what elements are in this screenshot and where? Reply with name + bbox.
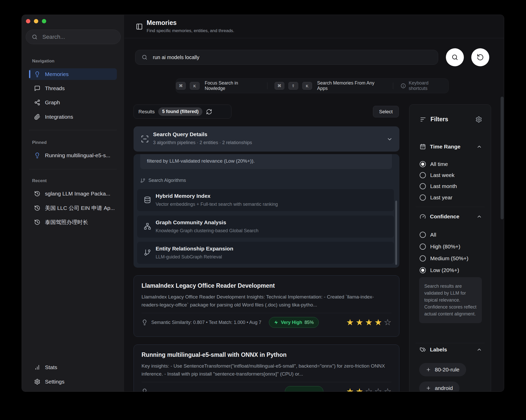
zoom-window-button[interactable] [42, 19, 46, 23]
star-empty-icon[interactable]: ☆ [374, 386, 382, 392]
algorithm-row-entity-relationship-expansion[interactable]: Entity Relationship Expansion LLM-guided… [137, 242, 394, 264]
algorithm-name: Hybrid Memory Index [156, 193, 211, 199]
star-rating[interactable]: ★★☆☆☆ [346, 386, 391, 392]
sidebar-item-settings[interactable]: Settings [29, 376, 117, 387]
result-meta: Semantic Similarity: 0.807 • Text Match:… [151, 320, 261, 325]
active-indicator [29, 70, 30, 78]
filter-lines-icon [420, 116, 426, 123]
sidebar-item-stats[interactable]: Stats [29, 361, 117, 373]
keyboard-shortcuts-bar: ⌘ K Focus Search in Nowledge ⌘ ⇧ K Searc… [176, 78, 449, 93]
minimize-window-button[interactable] [34, 19, 38, 23]
confidence-option-all[interactable]: All [420, 230, 436, 240]
calendar-icon [420, 144, 426, 150]
plus-icon [426, 386, 431, 391]
lightbulb-icon [142, 388, 148, 392]
command-key: ⌘ [275, 82, 284, 90]
result-card[interactable]: LlamaIndex Legacy Office Reader Developm… [134, 275, 399, 337]
divider [142, 313, 391, 313]
star-filled-icon[interactable]: ★ [346, 386, 354, 392]
results-summary: Results 5 found (filtered) [134, 105, 231, 119]
star-filled-icon[interactable]: ★ [346, 317, 354, 328]
page-header: Memories Find specific memories, entitie… [125, 15, 504, 38]
time-range-option-last-week[interactable]: Last week [420, 170, 455, 180]
search-algorithms-label: Search Algorithms [140, 178, 186, 183]
relevance-note: filtered by LLM-validated relevance (Low… [140, 154, 392, 169]
confidence-option-low[interactable]: Low (20%+) [420, 265, 459, 275]
recent-item-label: 泰国驾照办理时长 [45, 219, 88, 226]
result-title: LlamaIndex Legacy Office Reader Developm… [142, 282, 391, 289]
label-tag-android[interactable]: android [419, 381, 459, 392]
gear-icon[interactable] [475, 116, 482, 123]
time-range-option-last-year[interactable]: Last year [420, 193, 452, 202]
close-window-button[interactable] [26, 19, 30, 23]
recent-item[interactable]: 美国 LLC 公司 EIN 申请 Ap... [29, 202, 117, 214]
time-range-option-last-month[interactable]: Last month [420, 181, 457, 191]
result-title: Running multilingual-e5-small with ONNX … [142, 351, 391, 358]
lightbulb-icon [34, 152, 40, 158]
recent-item[interactable]: 泰国驾照办理时长 [29, 216, 117, 228]
algorithm-description: Knowledge Graph clustering-based Global … [156, 228, 258, 234]
zap-icon [274, 320, 278, 325]
star-filled-icon[interactable]: ★ [365, 317, 373, 328]
time-range-section-header[interactable]: Time Range [420, 144, 482, 150]
radio-unselected [420, 183, 426, 189]
history-icon [34, 219, 40, 225]
label-tag-80-20-rule[interactable]: 80-20-rule [419, 363, 466, 376]
confidence-section-header[interactable]: Confidence [420, 213, 482, 220]
star-filled-icon[interactable]: ★ [356, 317, 363, 328]
sidebar-item-label: Settings [45, 379, 64, 385]
confidence-label: Confidence [430, 213, 459, 220]
results-count-badge: 5 found (filtered) [158, 107, 202, 116]
sidebar-item-graph[interactable]: Graph [29, 97, 117, 108]
sidebar-item-label: Graph [45, 99, 60, 106]
algorithm-row-graph-community-analysis[interactable]: Graph Community Analysis Knowledge Graph… [137, 216, 394, 238]
time-range-option-all-time[interactable]: All time [420, 159, 448, 169]
window-scrollbar-thumb[interactable] [501, 97, 504, 219]
algorithm-row-hybrid-memory-index[interactable]: Hybrid Memory Index Vector embeddings + … [137, 189, 394, 211]
recent-item-label: sglang LLM Image Packa... [45, 191, 110, 197]
sidebar-item-threads[interactable]: Threads [29, 82, 117, 94]
plus-icon [426, 367, 431, 372]
shortcut-label: Search Memories From Any Apps [317, 80, 386, 91]
recent-item-label: 美国 LLC 公司 EIN 申请 Ap... [45, 204, 115, 212]
memories-search-input[interactable] [152, 54, 432, 61]
star-empty-icon[interactable]: ☆ [384, 386, 391, 392]
search-submit-button[interactable] [446, 48, 464, 66]
gear-icon [34, 379, 40, 385]
time-range-label: Time Range [430, 144, 461, 150]
history-icon [34, 191, 40, 197]
result-snippet: Key insights: - Use SentenceTransformer(… [142, 362, 391, 378]
search-query-details-header[interactable]: Search Query Details 3 algorithm pipelin… [134, 126, 399, 152]
algorithm-description: LLM-guided SubGraph Retrieval [156, 254, 222, 260]
panel-scrollbar-thumb[interactable] [395, 201, 397, 265]
star-empty-icon[interactable]: ☆ [365, 386, 373, 392]
algorithm-description: Vector embeddings + Full-text search wit… [156, 202, 278, 207]
reset-search-button[interactable] [471, 48, 489, 66]
panel-left-icon[interactable] [136, 23, 143, 30]
refresh-icon[interactable] [206, 109, 212, 115]
star-rating[interactable]: ★★★★☆ [346, 317, 391, 328]
chevron-down-icon[interactable] [387, 136, 393, 142]
sidebar-item-memories[interactable]: Memories [29, 68, 117, 80]
star-empty-icon[interactable]: ☆ [384, 317, 391, 328]
shift-key: ⇧ [288, 82, 298, 90]
filters-panel: Filters Time Range All time [409, 104, 491, 392]
select-button[interactable]: Select [373, 106, 399, 117]
sidebar-search-input[interactable] [42, 33, 118, 41]
confidence-option-high[interactable]: High (80%+) [420, 242, 460, 251]
radio-selected [420, 267, 426, 273]
keyboard-shortcuts-link[interactable]: Keyboard shortcuts [400, 80, 448, 91]
result-card[interactable]: Running multilingual-e5-small with ONNX … [134, 344, 399, 392]
star-filled-icon[interactable]: ★ [374, 317, 382, 328]
sidebar-item-integrations[interactable]: Integrations [29, 111, 117, 123]
recent-section-label: Recent [32, 178, 47, 183]
page-subtitle: Find specific memories, entities, and th… [147, 28, 234, 33]
star-filled-icon[interactable]: ★ [356, 386, 363, 392]
recent-item[interactable]: sglang LLM Image Packa... [29, 188, 117, 199]
query-details-title: Search Query Details [153, 131, 207, 137]
confidence-option-medium[interactable]: Medium (50%+) [420, 254, 468, 263]
pinned-section-label: Pinned [32, 140, 47, 145]
radio-unselected [420, 232, 426, 238]
pinned-item[interactable]: Running multilingual-e5-s... [29, 150, 117, 161]
labels-section-header[interactable]: Labels [420, 347, 482, 353]
